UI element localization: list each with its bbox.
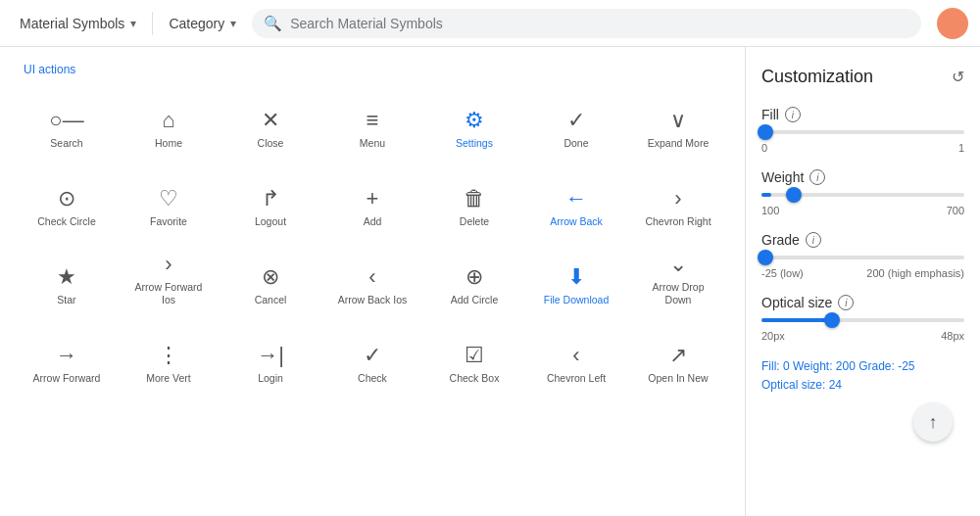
icon-cell-expand_more[interactable]: ∨Expand More <box>627 80 729 159</box>
cancel-icon: ⊗ <box>262 266 279 288</box>
icon-cell-chevron_right[interactable]: ›Chevron Right <box>627 159 729 237</box>
icon-label-arrow_drop_down: Arrow Drop Down <box>639 281 717 307</box>
icon-label-open_in_new: Open In New <box>648 372 708 386</box>
avatar <box>937 8 968 39</box>
icons-grid: ○—Search⌂Home✕Close≡Menu⚙Settings✓Done∨E… <box>16 80 729 394</box>
category-dropdown[interactable]: Category ▾ <box>161 12 244 35</box>
icon-label-favorite: Favorite <box>150 215 187 229</box>
arrow_drop_down-icon: ⌄ <box>669 254 687 275</box>
icon-cell-logout[interactable]: ↱Logout <box>220 159 321 237</box>
icon-cell-home[interactable]: ⌂Home <box>118 80 220 159</box>
icon-cell-favorite[interactable]: ♡Favorite <box>118 159 220 237</box>
icon-label-settings: Settings <box>456 137 493 151</box>
icon-cell-more_vert[interactable]: ⋮More Vert <box>118 315 220 394</box>
home-icon: ⌂ <box>162 110 174 131</box>
category-chevron-icon: ▾ <box>230 17 236 30</box>
grade-range: -25 (low) 200 (high emphasis) <box>761 267 964 279</box>
optical-max: 48px <box>941 330 964 342</box>
icon-cell-login[interactable]: →|Login <box>220 315 321 394</box>
icon-label-arrow_forward_ios: Arrow Forward Ios <box>129 281 208 307</box>
icon-cell-search[interactable]: ○—Search <box>16 80 118 159</box>
grade-slider-track[interactable] <box>761 256 964 259</box>
icon-label-expand_more: Expand More <box>648 137 709 151</box>
optical-slider-track[interactable] <box>761 318 964 322</box>
brand-dropdown[interactable]: Material Symbols ▾ <box>12 12 144 35</box>
fill-slider-thumb[interactable] <box>758 124 773 140</box>
grade-label-row: Grade i <box>761 232 964 248</box>
open_in_new-icon: ↗ <box>669 345 687 366</box>
check_box-icon: ☑ <box>465 345 484 366</box>
expand_more-icon: ∨ <box>670 110 686 131</box>
grade-info-icon[interactable]: i <box>806 232 821 248</box>
icon-cell-cancel[interactable]: ⊗Cancel <box>220 237 321 315</box>
icon-cell-arrow_forward[interactable]: →Arrow Forward <box>16 315 118 394</box>
chevron_left-icon: ‹ <box>572 345 579 366</box>
fill-info-icon[interactable]: i <box>785 107 801 122</box>
icon-cell-open_in_new[interactable]: ↗Open In New <box>627 315 729 394</box>
chevron_right-icon: › <box>674 188 681 210</box>
icon-label-cancel: Cancel <box>255 294 287 307</box>
icon-label-more_vert: More Vert <box>146 372 191 386</box>
favorite-icon: ♡ <box>159 188 178 210</box>
icon-label-star: Star <box>57 294 75 307</box>
icon-label-check_circle: Check Circle <box>37 215 96 229</box>
add-icon: + <box>367 188 379 210</box>
scroll-top-fab[interactable]: ↑ <box>913 402 953 442</box>
icon-cell-file_download[interactable]: ⬇File Download <box>525 237 627 315</box>
brand-label: Material Symbols <box>20 16 124 31</box>
optical-info-icon[interactable]: i <box>838 295 854 310</box>
check-icon: ✓ <box>364 345 381 366</box>
more_vert-icon: ⋮ <box>158 345 179 366</box>
icon-cell-menu[interactable]: ≡Menu <box>321 80 423 159</box>
optical-slider-fill <box>761 318 832 322</box>
icon-label-check: Check <box>358 372 387 386</box>
icon-cell-chevron_left[interactable]: ‹Chevron Left <box>525 315 627 394</box>
topbar-divider <box>152 12 153 35</box>
icon-cell-settings[interactable]: ⚙Settings <box>423 80 525 159</box>
icon-cell-arrow_back[interactable]: ←Arrow Back <box>525 159 627 237</box>
icon-cell-arrow_forward_ios[interactable]: ›Arrow Forward Ios <box>118 237 220 315</box>
optical-label: Optical size <box>761 295 832 310</box>
weight-info-icon[interactable]: i <box>809 169 825 185</box>
fill-min: 0 <box>761 142 767 154</box>
close-icon: ✕ <box>262 110 279 131</box>
topbar: Material Symbols ▾ Category ▾ 🔍 <box>0 0 980 47</box>
fill-slider-track[interactable] <box>761 130 964 134</box>
grade-slider-thumb[interactable] <box>758 250 773 265</box>
icon-label-close: Close <box>258 137 284 151</box>
icon-cell-delete[interactable]: 🗑Delete <box>423 159 525 237</box>
optical-label-row: Optical size i <box>761 295 964 310</box>
icon-label-chevron_right: Chevron Right <box>645 215 710 229</box>
icon-cell-add[interactable]: +Add <box>321 159 423 237</box>
icon-cell-check_box[interactable]: ☑Check Box <box>423 315 525 394</box>
arrow_forward-icon: → <box>56 345 77 366</box>
settings-icon: ⚙ <box>465 110 484 131</box>
search-input[interactable] <box>290 16 909 31</box>
optical-slider-thumb[interactable] <box>824 312 840 328</box>
icon-cell-arrow_back_ios[interactable]: ‹Arrow Back Ios <box>321 237 423 315</box>
menu-icon: ≡ <box>367 110 379 131</box>
icon-label-search: Search <box>50 137 82 151</box>
optical-size-control: Optical size i 20px 48px <box>761 295 964 342</box>
icon-label-add: Add <box>364 215 382 229</box>
weight-min: 100 <box>761 205 779 216</box>
icon-label-arrow_forward: Arrow Forward <box>33 372 101 386</box>
icon-cell-star[interactable]: ★Star <box>16 237 118 315</box>
section-label: UI actions <box>16 55 729 80</box>
icon-cell-arrow_drop_down[interactable]: ⌄Arrow Drop Down <box>627 237 729 315</box>
icon-label-chevron_left: Chevron Left <box>547 372 606 386</box>
icon-cell-done[interactable]: ✓Done <box>525 80 627 159</box>
fill-label-row: Fill i <box>761 107 964 122</box>
icon-label-add_circle: Add Circle <box>451 294 498 307</box>
file_download-icon: ⬇ <box>567 266 585 288</box>
refresh-button[interactable]: ↺ <box>952 68 964 86</box>
weight-label: Weight <box>761 169 804 185</box>
check_circle-icon: ⊙ <box>58 188 75 210</box>
icon-cell-check[interactable]: ✓Check <box>321 315 423 394</box>
icon-cell-close[interactable]: ✕Close <box>220 80 321 159</box>
weight-slider-thumb[interactable] <box>786 187 802 203</box>
icon-cell-add_circle[interactable]: ⊕Add Circle <box>423 237 525 315</box>
icon-cell-check_circle[interactable]: ⊙Check Circle <box>16 159 118 237</box>
search-bar[interactable]: 🔍 <box>252 9 921 38</box>
weight-slider-track[interactable] <box>761 193 964 197</box>
